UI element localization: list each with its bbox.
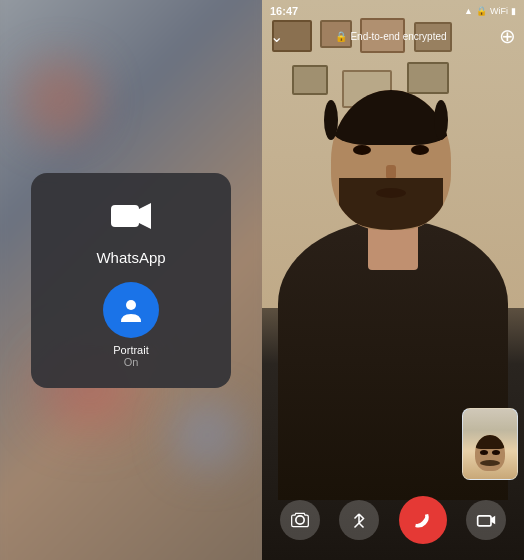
app-name-label: WhatsApp bbox=[96, 249, 165, 266]
add-participant-icon[interactable]: ⊕ bbox=[499, 24, 516, 48]
bluetooth-button[interactable] bbox=[339, 500, 379, 540]
svg-rect-4 bbox=[478, 516, 491, 526]
portrait-control[interactable]: Portrait On bbox=[103, 282, 159, 368]
bluetooth-icon bbox=[350, 511, 368, 529]
camera-switch-button[interactable] bbox=[280, 500, 320, 540]
video-toggle-button[interactable] bbox=[466, 500, 506, 540]
svg-marker-1 bbox=[139, 203, 151, 229]
app-row: WhatsApp bbox=[96, 193, 165, 266]
self-preview-thumbnail[interactable] bbox=[462, 408, 518, 480]
wifi-icon: WiFi bbox=[490, 6, 508, 16]
video-camera-icon bbox=[107, 193, 155, 241]
camera-icon-container bbox=[107, 193, 155, 241]
video-icon bbox=[476, 510, 496, 530]
battery-icon: ▮ bbox=[511, 6, 516, 16]
portrait-sublabel: On bbox=[124, 356, 139, 368]
svg-point-3 bbox=[296, 516, 304, 524]
signal-icon: ▲ bbox=[464, 6, 473, 16]
lock-small-icon: 🔒 bbox=[335, 31, 347, 42]
svg-point-2 bbox=[126, 300, 136, 310]
popup-overlay: WhatsApp Portrait On bbox=[0, 0, 262, 560]
lock-icon: 🔒 bbox=[476, 6, 487, 16]
svg-rect-0 bbox=[111, 205, 139, 227]
time-display: 16:47 bbox=[270, 5, 298, 17]
call-controls bbox=[262, 488, 524, 560]
screen-recording-popup: WhatsApp Portrait On bbox=[31, 173, 231, 388]
right-panel: 16:47 ▲ 🔒 WiFi ▮ ⌄ 🔒 End-to-end encrypte… bbox=[262, 0, 524, 560]
end-call-button[interactable] bbox=[399, 496, 447, 544]
left-panel: WhatsApp Portrait On bbox=[0, 0, 262, 560]
portrait-button[interactable] bbox=[103, 282, 159, 338]
end-call-icon bbox=[412, 509, 434, 531]
portrait-label: Portrait bbox=[113, 344, 148, 356]
call-header: ⌄ 🔒 End-to-end encrypted ⊕ bbox=[262, 22, 524, 50]
chevron-down-icon[interactable]: ⌄ bbox=[270, 27, 283, 46]
status-icons: ▲ 🔒 WiFi ▮ bbox=[464, 6, 516, 16]
status-bar: 16:47 ▲ 🔒 WiFi ▮ bbox=[262, 0, 524, 22]
camera-icon bbox=[290, 510, 310, 530]
encryption-indicator: 🔒 End-to-end encrypted bbox=[335, 31, 446, 42]
encrypted-label: End-to-end encrypted bbox=[350, 31, 446, 42]
portrait-icon bbox=[117, 296, 145, 324]
